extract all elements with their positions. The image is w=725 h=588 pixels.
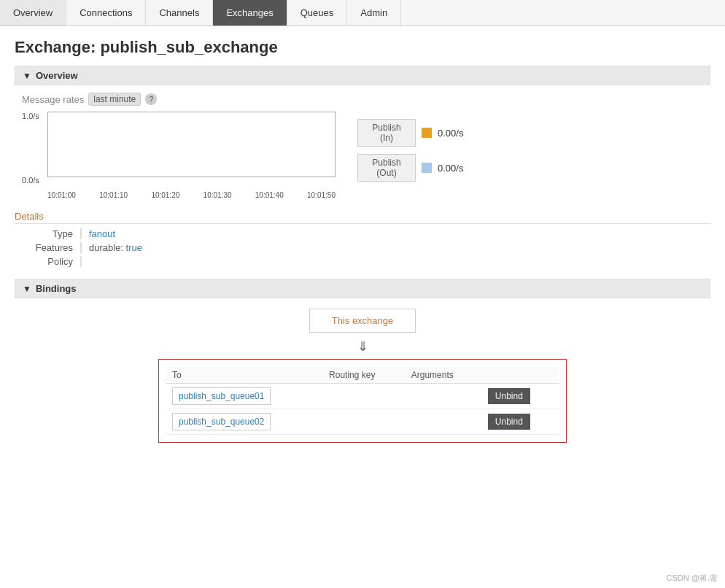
nav-exchanges[interactable]: Exchanges bbox=[213, 0, 287, 26]
x-label-3: 10:01:30 bbox=[203, 191, 232, 199]
last-minute-badge[interactable]: last minute bbox=[88, 93, 141, 106]
chart-container: 1.0/s 0.0/s 10:01:00 10:01:10 10:01:20 1… bbox=[22, 112, 336, 199]
cell-unbind-01: Unbind bbox=[482, 384, 559, 409]
col-header-to: To bbox=[166, 367, 323, 384]
cell-arguments-01 bbox=[406, 384, 482, 409]
nav-connections[interactable]: Connections bbox=[66, 0, 146, 26]
nav-admin[interactable]: Admin bbox=[347, 0, 401, 26]
nav-queues[interactable]: Queues bbox=[287, 0, 348, 26]
col-header-routing-key: Routing key bbox=[323, 367, 406, 384]
x-label-5: 10:01:50 bbox=[307, 191, 336, 199]
legend-item-publish-out: Publish(Out) 0.00/s bbox=[357, 154, 463, 182]
top-navigation: Overview Connections Channels Exchanges … bbox=[0, 0, 725, 26]
page-title: Exchange: publish_sub_exchange bbox=[15, 38, 710, 57]
chart-x-labels: 10:01:00 10:01:10 10:01:20 10:01:30 10:0… bbox=[47, 191, 336, 199]
details-section: Details Type fanout Features durable: tr… bbox=[15, 211, 710, 267]
x-label-4: 10:01:40 bbox=[255, 191, 284, 199]
message-rates-container: Message rates last minute ? 1.0/s 0.0/s … bbox=[15, 93, 710, 199]
cell-routing-key-01 bbox=[323, 384, 406, 409]
chart-box bbox=[47, 112, 336, 177]
details-row-type: Type fanout bbox=[22, 228, 710, 239]
details-key-policy: Policy bbox=[22, 256, 80, 267]
table-row: publish_sub_queue01 Unbind bbox=[166, 384, 559, 409]
help-icon[interactable]: ? bbox=[145, 93, 157, 105]
bindings-section-label: Bindings bbox=[36, 283, 77, 294]
overview-collapse-arrow: ▼ bbox=[23, 71, 31, 81]
legend-color-publish-out bbox=[422, 163, 432, 173]
col-header-actions bbox=[482, 367, 559, 384]
exchange-box-wrapper: This exchange bbox=[15, 309, 710, 333]
x-label-2: 10:01:20 bbox=[151, 191, 179, 199]
cell-unbind-02: Unbind bbox=[482, 409, 559, 435]
chart-y-top: 1.0/s bbox=[22, 112, 39, 120]
unbind-button-01[interactable]: Unbind bbox=[488, 388, 530, 404]
overview-section-label: Overview bbox=[36, 70, 78, 81]
chart-area: 1.0/s 0.0/s 10:01:00 10:01:10 10:01:20 1… bbox=[22, 112, 703, 199]
legend-value-publish-out: 0.00/s bbox=[438, 163, 463, 174]
legend-color-publish-in bbox=[422, 128, 432, 138]
cell-to-queue01: publish_sub_queue01 bbox=[166, 384, 323, 409]
page-title-name: publish_sub_exchange bbox=[100, 38, 277, 56]
message-rates-text: Message rates bbox=[22, 94, 84, 105]
exchange-box[interactable]: This exchange bbox=[309, 309, 416, 333]
legend-value-publish-in: 0.00/s bbox=[438, 128, 463, 139]
legend-item-publish-in: Publish(In) 0.00/s bbox=[357, 119, 463, 147]
bindings-section: This exchange ⇓ To Routing key Arguments… bbox=[15, 309, 710, 443]
details-val-type: fanout bbox=[80, 228, 168, 239]
table-row: publish_sub_queue02 Unbind bbox=[166, 409, 559, 435]
legend-label-publish-out: Publish(Out) bbox=[357, 154, 416, 182]
arrow-down: ⇓ bbox=[15, 339, 710, 355]
queue-label-01: publish_sub_queue01 bbox=[172, 387, 271, 405]
details-key-features: Features bbox=[22, 242, 80, 253]
x-label-0: 10:01:00 bbox=[47, 191, 76, 199]
unbind-button-02[interactable]: Unbind bbox=[488, 414, 530, 430]
cell-routing-key-02 bbox=[323, 409, 406, 435]
bindings-section-header[interactable]: ▼ Bindings bbox=[15, 279, 710, 298]
durable-key: durable: bbox=[89, 242, 126, 253]
x-label-1: 10:01:10 bbox=[99, 191, 128, 199]
nav-channels[interactable]: Channels bbox=[146, 0, 213, 26]
bindings-collapse-arrow: ▼ bbox=[23, 284, 31, 294]
main-content: Exchange: publish_sub_exchange ▼ Overvie… bbox=[0, 26, 725, 454]
details-row-features: Features durable: true bbox=[22, 242, 710, 253]
bindings-table-container: To Routing key Arguments publish_sub_que… bbox=[158, 359, 567, 443]
chart-legend: Publish(In) 0.00/s Publish(Out) 0.00/s bbox=[357, 112, 463, 199]
legend-label-publish-in: Publish(In) bbox=[357, 119, 416, 147]
col-header-arguments: Arguments bbox=[406, 367, 482, 384]
queue-label-02: publish_sub_queue02 bbox=[172, 413, 271, 430]
bindings-table: To Routing key Arguments publish_sub_que… bbox=[166, 367, 559, 435]
details-key-type: Type bbox=[22, 228, 80, 239]
cell-to-queue02: publish_sub_queue02 bbox=[166, 409, 323, 435]
durable-value: true bbox=[126, 242, 142, 253]
message-rates-label: Message rates last minute ? bbox=[22, 93, 703, 106]
cell-arguments-02 bbox=[406, 409, 482, 435]
details-val-features: durable: true bbox=[80, 242, 168, 253]
overview-section-header[interactable]: ▼ Overview bbox=[15, 66, 710, 85]
details-table: Type fanout Features durable: true Polic… bbox=[22, 228, 710, 267]
details-label: Details bbox=[15, 211, 710, 224]
details-val-policy bbox=[80, 256, 168, 267]
details-row-policy: Policy bbox=[22, 256, 710, 267]
page-title-prefix: Exchange: bbox=[15, 38, 100, 56]
chart-y-bottom: 0.0/s bbox=[22, 176, 39, 185]
nav-overview[interactable]: Overview bbox=[0, 0, 66, 26]
